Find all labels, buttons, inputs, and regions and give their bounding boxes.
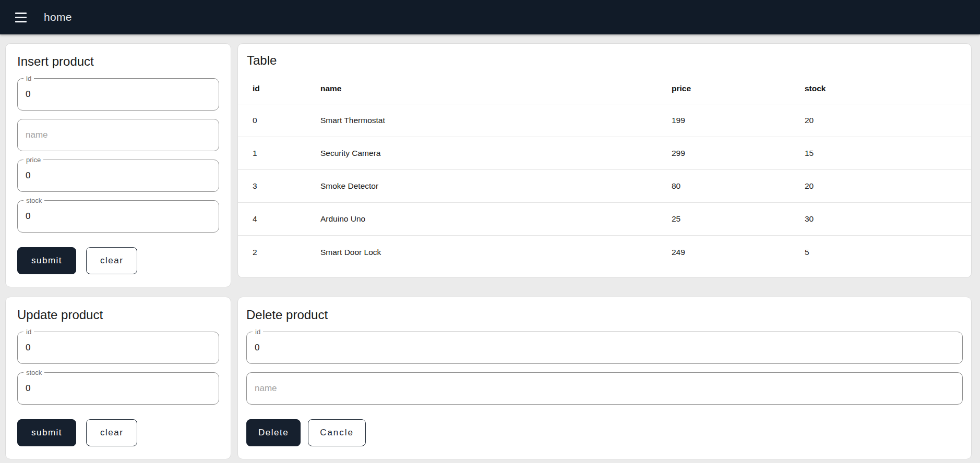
table-row: 0 Smart Thermostat 199 20 [238, 104, 971, 137]
update-id-field: id [17, 332, 219, 364]
navbar-title: home [44, 11, 72, 23]
update-submit-button[interactable]: submit [17, 419, 76, 446]
update-clear-button[interactable]: clear [86, 419, 137, 446]
cell-price: 199 [672, 116, 805, 125]
delete-name-input[interactable] [247, 373, 962, 404]
product-table-panel: Table id name price stock 0 Smart Thermo… [237, 43, 972, 278]
table-header-name: name [320, 84, 672, 93]
update-stock-input[interactable] [18, 373, 219, 404]
cell-price: 299 [672, 149, 805, 158]
cell-id: 1 [253, 149, 320, 158]
cell-price: 25 [672, 214, 805, 224]
insert-price-input[interactable] [18, 160, 219, 191]
delete-product-title: Delete product [246, 308, 963, 322]
content-area: Insert product id price stock submit cle… [0, 34, 980, 463]
update-stock-field: stock [17, 372, 219, 405]
update-product-title: Update product [17, 308, 219, 322]
cell-name: Smoke Detector [320, 181, 672, 191]
delete-id-field: id [246, 332, 963, 364]
update-id-label: id [23, 327, 34, 336]
cell-stock: 20 [805, 116, 957, 125]
delete-name-field [246, 372, 963, 405]
insert-clear-button[interactable]: clear [86, 247, 137, 274]
cell-id: 4 [253, 214, 320, 224]
delete-button[interactable]: Delete [246, 419, 301, 446]
delete-id-label: id [253, 327, 263, 336]
navbar: home [0, 0, 980, 34]
cell-stock: 5 [805, 248, 957, 257]
table-row: 1 Security Camera 299 15 [238, 137, 971, 170]
delete-product-panel: Delete product id Delete Cancle [237, 297, 972, 459]
insert-stock-input[interactable] [18, 201, 219, 232]
insert-id-input[interactable] [18, 79, 219, 110]
insert-price-field: price [17, 160, 219, 192]
table-header-row: id name price stock [238, 73, 971, 104]
insert-product-panel: Insert product id price stock submit cle… [5, 43, 231, 287]
hamburger-menu-icon[interactable] [9, 6, 32, 29]
cell-name: Smart Thermostat [320, 116, 672, 125]
insert-button-row: submit clear [17, 247, 219, 274]
cell-id: 0 [253, 116, 320, 125]
insert-stock-field: stock [17, 200, 219, 233]
table-title: Table [247, 53, 962, 68]
cell-stock: 15 [805, 149, 957, 158]
insert-id-field: id [17, 78, 219, 111]
table-row: 2 Smart Door Lock 249 5 [238, 236, 971, 269]
table-row: 4 Arduino Uno 25 30 [238, 203, 971, 236]
table-header-price: price [672, 84, 805, 93]
update-stock-label: stock [23, 368, 44, 377]
cell-price: 80 [672, 181, 805, 191]
insert-submit-button[interactable]: submit [17, 247, 76, 274]
table-row: 3 Smoke Detector 80 20 [238, 170, 971, 203]
cell-id: 3 [253, 181, 320, 191]
cell-stock: 30 [805, 214, 957, 224]
cell-price: 249 [672, 248, 805, 257]
insert-stock-label: stock [23, 196, 44, 205]
table-header-stock: stock [805, 84, 957, 93]
delete-button-row: Delete Cancle [246, 419, 963, 446]
update-button-row: submit clear [17, 419, 219, 446]
cell-stock: 20 [805, 181, 957, 191]
insert-price-label: price [23, 155, 43, 164]
table-header-id: id [253, 84, 320, 93]
cell-name: Security Camera [320, 149, 672, 158]
insert-name-input[interactable] [18, 119, 219, 151]
cancel-button[interactable]: Cancle [308, 419, 366, 446]
cell-name: Arduino Uno [320, 214, 672, 224]
insert-id-label: id [23, 74, 34, 83]
update-product-panel: Update product id stock submit clear [5, 297, 231, 459]
insert-product-title: Insert product [17, 54, 219, 69]
update-id-input[interactable] [18, 332, 219, 363]
cell-name: Smart Door Lock [320, 248, 672, 257]
insert-name-field [17, 119, 219, 151]
cell-id: 2 [253, 248, 320, 257]
delete-id-input[interactable] [247, 332, 962, 363]
